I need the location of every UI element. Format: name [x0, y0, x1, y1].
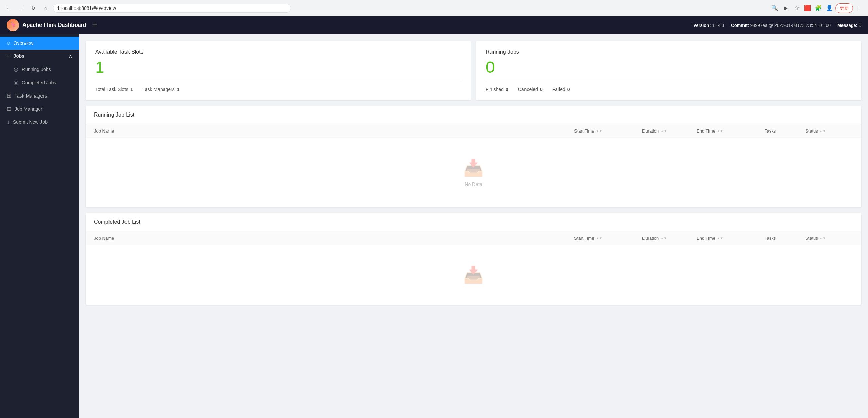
running-jobs-card: Running Jobs 0 Finished 0 Canceled 0 Fai…: [476, 41, 861, 100]
no-data-icon-2: 📥: [463, 265, 484, 284]
col-start-time[interactable]: Start Time ▲▼: [574, 128, 642, 134]
version-info: Version: 1.14.3: [693, 23, 724, 28]
jobs-icon: ≡: [7, 53, 10, 59]
running-jobs-value: 0: [486, 59, 852, 75]
task-slots-title: Available Task Slots: [95, 49, 461, 55]
profile-button[interactable]: 👤: [824, 3, 834, 13]
forward-button[interactable]: →: [16, 3, 26, 13]
task-slots-value: 1: [95, 59, 461, 75]
running-job-no-data: 📥 No Data: [86, 138, 861, 207]
extensions-button[interactable]: 🧩: [814, 3, 823, 13]
canceled-value: 0: [540, 87, 543, 92]
sort-end-time-2-icon: ▲▼: [717, 237, 723, 240]
task-managers-icon: ⊞: [7, 92, 11, 99]
sort-duration-icon: ▲▼: [660, 129, 667, 133]
col-tasks-2[interactable]: Tasks: [765, 236, 805, 241]
failed-stat: Failed 0: [552, 87, 570, 92]
task-managers-value: 1: [177, 87, 180, 92]
running-jobs-stats: Finished 0 Canceled 0 Failed 0: [486, 81, 852, 92]
submit-job-icon: ↓: [7, 119, 10, 125]
col-status-2[interactable]: Status ▲▼: [805, 236, 853, 241]
col-job-name-2[interactable]: Job Name: [94, 236, 574, 241]
total-task-slots-label: Total Task Slots: [95, 87, 128, 92]
failed-value: 0: [567, 87, 570, 92]
task-slots-card: Available Task Slots 1 Total Task Slots …: [86, 41, 471, 100]
task-slots-stats: Total Task Slots 1 Task Managers 1: [95, 81, 461, 92]
sidebar-item-submit-new-job[interactable]: ↓ Submit New Job: [0, 116, 79, 128]
running-job-list-title: Running Job List: [86, 106, 861, 124]
col-end-time[interactable]: End Time ▲▼: [697, 128, 765, 134]
sidebar-section-main: ○ Overview ≡ Jobs ∧ ◎ Running Jobs ◎ Com…: [0, 34, 79, 131]
total-task-slots-stat: Total Task Slots 1: [95, 87, 133, 92]
browser-chrome: ← → ↻ ⌂ ℹ localhost:8081/#/overview 🔍 ▶ …: [0, 0, 868, 16]
job-manager-icon: ⊟: [7, 106, 11, 112]
logo-area: 🦩 Apache Flink Dashboard: [7, 19, 86, 31]
col-status[interactable]: Status ▲▼: [805, 128, 853, 134]
canceled-stat: Canceled 0: [518, 87, 543, 92]
sidebar-item-jobs[interactable]: ≡ Jobs ∧: [0, 50, 79, 63]
no-data-text: No Data: [465, 181, 482, 187]
task-managers-stat: Task Managers 1: [143, 87, 180, 92]
completed-job-list-title: Completed Job List: [86, 213, 861, 231]
finished-label: Finished: [486, 87, 504, 92]
sort-status-icon: ▲▼: [819, 129, 826, 133]
failed-label: Failed: [552, 87, 565, 92]
sidebar-item-task-managers[interactable]: ⊞ Task Managers: [0, 89, 79, 102]
update-button[interactable]: 更新: [835, 3, 853, 13]
layout-row: ○ Overview ≡ Jobs ∧ ◎ Running Jobs ◎ Com…: [0, 34, 868, 418]
completed-job-table-header: Job Name Start Time ▲▼ Duration ▲▼ End T…: [86, 231, 861, 245]
sidebar-item-running-jobs[interactable]: ◎ Running Jobs: [0, 63, 79, 76]
browser-actions: 🔍 ▶ ☆ 🟥 🧩 👤 更新 ⋮: [770, 3, 864, 13]
finished-value: 0: [506, 87, 508, 92]
sort-start-time-icon: ▲▼: [596, 129, 602, 133]
app-header: 🦩 Apache Flink Dashboard ☰ Version: 1.14…: [0, 16, 868, 34]
main-content: Available Task Slots 1 Total Task Slots …: [79, 34, 868, 418]
completed-jobs-icon: ◎: [14, 79, 18, 86]
running-job-table-header: Job Name Start Time ▲▼ Duration ▲▼ End T…: [86, 124, 861, 138]
app-title: Apache Flink Dashboard: [22, 22, 86, 28]
hamburger-icon[interactable]: ☰: [92, 21, 97, 29]
col-start-time-2[interactable]: Start Time ▲▼: [574, 236, 642, 241]
col-end-time-2[interactable]: End Time ▲▼: [697, 236, 765, 241]
col-duration[interactable]: Duration ▲▼: [642, 128, 697, 134]
total-task-slots-value: 1: [130, 87, 133, 92]
col-job-name[interactable]: Job Name: [94, 128, 574, 134]
commit-info: Commit: 98997ea @ 2022-01-08T23:23:54+01…: [731, 23, 831, 28]
sidebar: ○ Overview ≡ Jobs ∧ ◎ Running Jobs ◎ Com…: [0, 34, 79, 418]
extension1-button[interactable]: 🟥: [803, 3, 812, 13]
search-button[interactable]: 🔍: [770, 3, 780, 13]
back-button[interactable]: ←: [4, 3, 14, 13]
url-text: localhost:8081/#/overview: [61, 5, 116, 11]
sort-duration-2-icon: ▲▼: [660, 237, 667, 240]
task-managers-label: Task Managers: [143, 87, 175, 92]
app-logo: 🦩: [7, 19, 19, 31]
canceled-label: Canceled: [518, 87, 538, 92]
running-jobs-title: Running Jobs: [486, 49, 852, 55]
col-tasks[interactable]: Tasks: [765, 128, 805, 134]
sidebar-item-completed-jobs[interactable]: ◎ Completed Jobs: [0, 76, 79, 89]
completed-job-no-data: 📥: [86, 245, 861, 305]
running-jobs-icon: ◎: [14, 66, 18, 72]
refresh-button[interactable]: ↻: [29, 3, 38, 13]
sidebar-item-overview[interactable]: ○ Overview: [0, 37, 79, 50]
finished-stat: Finished 0: [486, 87, 508, 92]
no-data-icon: 📥: [463, 158, 484, 177]
sort-end-time-icon: ▲▼: [717, 129, 723, 133]
home-button[interactable]: ⌂: [41, 3, 50, 13]
sort-start-time-2-icon: ▲▼: [596, 237, 602, 240]
header-right: Version: 1.14.3 Commit: 98997ea @ 2022-0…: [693, 23, 861, 28]
collapse-icon: ∧: [69, 53, 72, 59]
bookmark-button[interactable]: ☆: [792, 3, 801, 13]
running-job-list-card: Running Job List Job Name Start Time ▲▼ …: [86, 106, 861, 207]
menu-button[interactable]: ⋮: [854, 3, 864, 13]
completed-job-list-card: Completed Job List Job Name Start Time ▲…: [86, 213, 861, 305]
sidebar-item-job-manager[interactable]: ⊟ Job Manager: [0, 102, 79, 116]
info-icon: ℹ: [57, 5, 59, 11]
sort-status-2-icon: ▲▼: [819, 237, 826, 240]
col-duration-2[interactable]: Duration ▲▼: [642, 236, 697, 241]
cards-row: Available Task Slots 1 Total Task Slots …: [86, 41, 861, 100]
cast-button[interactable]: ▶: [781, 3, 790, 13]
overview-icon: ○: [7, 40, 10, 46]
message-info: Message: 0: [837, 23, 861, 28]
address-bar[interactable]: ℹ localhost:8081/#/overview: [53, 4, 291, 13]
